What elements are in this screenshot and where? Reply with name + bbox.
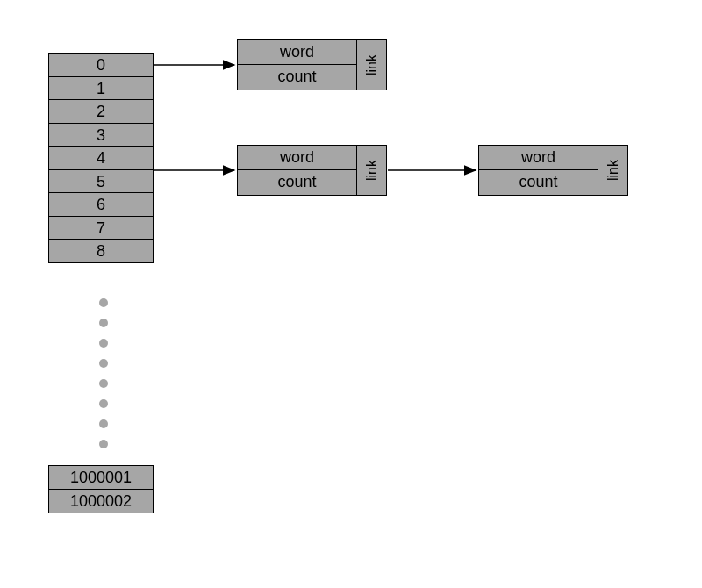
arrow-node-to-node: [0, 0, 702, 588]
